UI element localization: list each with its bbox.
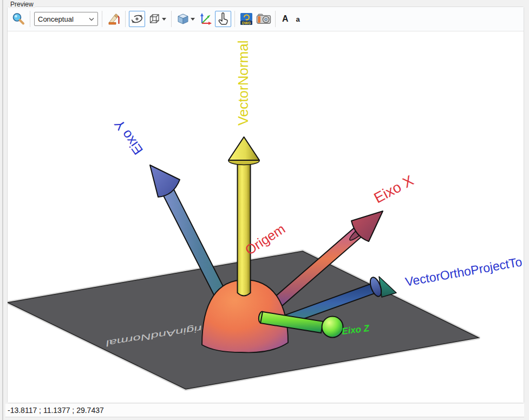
- toolbar-separator: [275, 11, 276, 27]
- text-large-button[interactable]: A: [282, 14, 289, 24]
- render-material-button[interactable]: [106, 11, 122, 27]
- pan-hand-icon: [216, 12, 230, 26]
- visual-style-select[interactable]: Conceptual: [34, 12, 98, 26]
- preview-toolbar: Conceptual: [8, 7, 524, 31]
- vector-normal-label: VectorNormal: [235, 41, 251, 126]
- toolbar-separator: [30, 11, 30, 27]
- toolbar-separator: [234, 11, 235, 27]
- cursor-coordinates: -13.8117 ; 11.1377 ; 29.7437: [8, 406, 104, 415]
- camera-icon: [256, 12, 271, 26]
- chevron-down-icon: [89, 17, 94, 21]
- snapshot-button[interactable]: [256, 11, 272, 27]
- vector-ortho-project-label: VectorOrthoProjectTo: [404, 254, 523, 289]
- axes-icon: [199, 12, 213, 26]
- zoom-button[interactable]: [10, 11, 27, 27]
- dropdown-caret-icon: [162, 18, 166, 21]
- paint-brush-icon: [107, 12, 121, 26]
- cube-wireframe-icon: [148, 13, 161, 25]
- dwg-icon: DWG: [239, 12, 253, 26]
- panel-title: Preview: [9, 1, 35, 8]
- magnifier-icon: [11, 12, 25, 26]
- eixo-x-label: Eixo X: [371, 172, 416, 206]
- ucs-axes-button[interactable]: [198, 11, 214, 27]
- text-small-button[interactable]: a: [296, 15, 300, 23]
- pan-button[interactable]: [215, 11, 231, 27]
- eixo-y-label: Eixo Y: [111, 117, 146, 158]
- scene-canvas: OriginAndNormal: [8, 31, 524, 403]
- toolbar-separator: [125, 11, 126, 27]
- orbit-button[interactable]: [129, 11, 145, 27]
- preview-3d-viewport[interactable]: OriginAndNormal: [8, 31, 524, 403]
- panel-edge-line: [2, 0, 3, 420]
- visual-style-value: Conceptual: [38, 15, 74, 23]
- view-orientation-menu-button[interactable]: [175, 11, 197, 27]
- save-dwg-button[interactable]: DWG: [238, 11, 254, 27]
- view-cube-icon: [177, 12, 190, 25]
- wireframe-views-menu-button[interactable]: [146, 11, 168, 27]
- preview-groupbox: Conceptual: [7, 6, 524, 403]
- dropdown-caret-icon: [191, 18, 195, 21]
- toolbar-separator: [102, 11, 102, 27]
- toolbar-separator: [171, 11, 172, 27]
- orbit-icon: [130, 12, 144, 26]
- status-bar: -13.8117 ; 11.1377 ; 29.7437: [5, 404, 524, 417]
- dwg-icon-text: DWG: [242, 21, 251, 25]
